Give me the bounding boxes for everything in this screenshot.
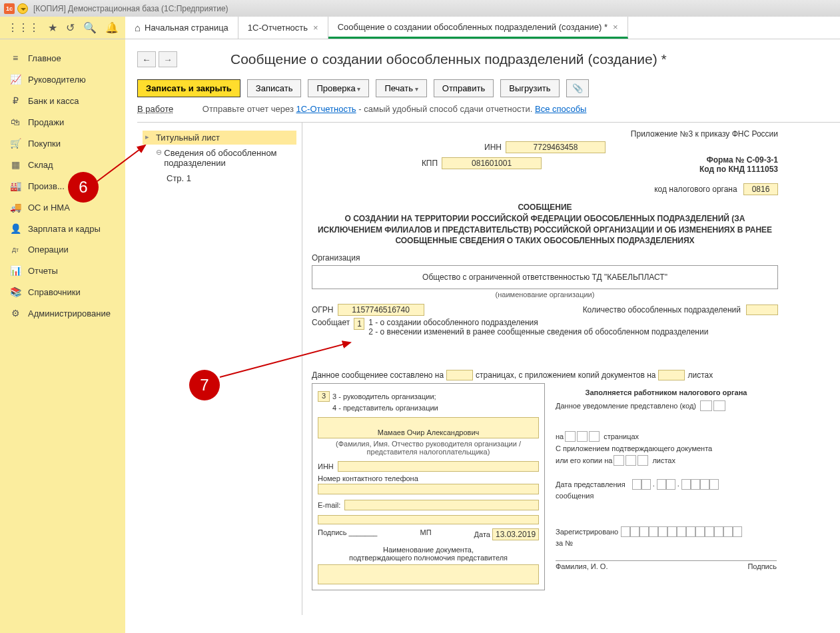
- email-field-2[interactable]: [318, 515, 539, 524]
- signer-code[interactable]: 3: [318, 391, 330, 402]
- phone-field[interactable]: [318, 484, 539, 494]
- signer-block: 33 - руководитель организации; 4 - предс…: [312, 383, 545, 590]
- books-icon: 📚: [9, 287, 21, 297]
- export-button[interactable]: Выгрузить: [500, 79, 559, 97]
- bag-icon: 🛍: [9, 117, 21, 127]
- email-field[interactable]: [344, 500, 539, 510]
- save-button[interactable]: Записать: [247, 79, 302, 97]
- menu-icon: ≡: [9, 53, 21, 63]
- tab-home[interactable]: Начальная страница: [125, 17, 238, 39]
- nav-tree: ▸Титульный лист ⊖Сведения об обособленно…: [137, 123, 302, 615]
- app-toolbar: ⋮⋮⋮ ★ ↺ 🔍 🔔 Начальная страница 1С-Отчетн…: [0, 17, 840, 39]
- soob-field[interactable]: 1: [354, 318, 364, 330]
- sidebar-item-admin[interactable]: ⚙Администрирование: [0, 303, 125, 324]
- tab-reporting[interactable]: 1С-Отчетность×: [238, 17, 328, 39]
- sidebar-item-sales[interactable]: 🛍Продажи: [0, 111, 125, 133]
- kpp-label: КПП: [422, 159, 438, 168]
- inn-label: ИНН: [484, 143, 502, 152]
- org-label: Организация: [312, 253, 778, 263]
- window-title: [КОПИЯ] Демонстрационная база (1С:Предпр…: [33, 4, 228, 13]
- factory-icon: 🏭: [9, 181, 21, 191]
- sidebar-item-assets[interactable]: 🚚ОС и НМА: [0, 197, 125, 218]
- dtkt-icon: Дт: [9, 247, 21, 253]
- close-icon[interactable]: ×: [613, 22, 618, 32]
- grid-icon: ▦: [9, 159, 21, 170]
- soob-opt1: 1 - о создании обособленного подразделен…: [368, 318, 708, 327]
- tab-message[interactable]: Сообщение о создании обособленных подраз…: [328, 17, 628, 39]
- bars-icon: 📊: [9, 265, 21, 276]
- app-logo-icon: 1c: [4, 3, 15, 14]
- tax-code-field[interactable]: 0816: [743, 183, 778, 195]
- close-icon[interactable]: ×: [313, 23, 318, 33]
- check-button[interactable]: Проверка: [308, 79, 369, 97]
- ruble-icon: ₽: [9, 95, 21, 106]
- nav-back-forward: ← →: [137, 51, 177, 67]
- sidebar-item-reports[interactable]: 📊Отчеты: [0, 260, 125, 281]
- sidebar-item-catalogs[interactable]: 📚Справочники: [0, 281, 125, 303]
- report-title: СООБЩЕНИЕ О СОЗДАНИИ НА ТЕРРИТОРИИ РОССИ…: [312, 202, 778, 247]
- dropdown-icon[interactable]: [17, 3, 28, 14]
- org-hint: (наименование организации): [312, 291, 778, 299]
- signer-inn[interactable]: [338, 461, 539, 472]
- work-area: ▸Титульный лист ⊖Сведения об обособленно…: [137, 122, 840, 615]
- action-bar: Записать и закрыть Записать Проверка Печ…: [137, 79, 840, 97]
- sign-date[interactable]: 13.03.2019: [492, 528, 539, 540]
- org-name-field[interactable]: Общество с ограниченной ответственностью…: [312, 265, 778, 289]
- appendix-label: Приложение №3 к приказу ФНС России: [312, 129, 778, 139]
- copies-field[interactable]: [658, 370, 685, 380]
- page-title: Сообщение о создании обособленных подраз…: [137, 51, 840, 67]
- toolbar-icons: ⋮⋮⋮ ★ ↺ 🔍 🔔: [0, 17, 125, 39]
- history-icon[interactable]: ↺: [66, 21, 75, 34]
- tree-page-1[interactable]: Стр. 1: [164, 171, 296, 185]
- sidebar-item-manager[interactable]: 📈Руководителю: [0, 69, 125, 90]
- apps-icon[interactable]: ⋮⋮⋮: [7, 21, 39, 34]
- search-icon[interactable]: 🔍: [83, 21, 97, 34]
- sidebar-item-operations[interactable]: ДтОперации: [0, 239, 125, 260]
- count-label: Количество обособленных подразделений: [583, 305, 741, 315]
- main-area: ← → Сообщение о создании обособленных по…: [125, 39, 840, 633]
- sidebar-item-main[interactable]: ≡Главное: [0, 47, 125, 69]
- ogrn-label: ОГРН: [312, 305, 334, 315]
- tree-subdivision-info[interactable]: ⊖Сведения об обособленном подразделении: [153, 146, 296, 170]
- collapse-icon[interactable]: ▸: [145, 133, 155, 141]
- back-button[interactable]: ←: [137, 51, 156, 67]
- tree-title-page[interactable]: ▸Титульный лист: [143, 131, 296, 145]
- forward-button[interactable]: →: [159, 51, 177, 67]
- chart-icon: 📈: [9, 74, 21, 85]
- sidebar-item-warehouse[interactable]: ▦Склад: [0, 154, 125, 175]
- fio-field[interactable]: Мамаев Очир Александрович: [318, 417, 539, 438]
- sidebar-item-bank[interactable]: ₽Банк и касса: [0, 90, 125, 111]
- doc-name-field[interactable]: [318, 564, 539, 584]
- tax-code-label: код налогового органа: [654, 185, 737, 194]
- status-line: В работе Отправьте отчет через 1С-Отчетн…: [137, 104, 840, 114]
- form-number: Форма № С-09-3-1: [651, 155, 778, 165]
- link-all-ways[interactable]: Все способы: [535, 104, 586, 114]
- sidebar: ≡Главное 📈Руководителю ₽Банк и касса 🛍Пр…: [0, 39, 125, 633]
- sidebar-item-purchases[interactable]: 🛒Покупки: [0, 133, 125, 154]
- print-button[interactable]: Печать: [376, 79, 426, 97]
- person-icon: 👤: [9, 223, 21, 234]
- cart-icon: 🛒: [9, 138, 21, 149]
- attach-button[interactable]: 📎: [566, 79, 589, 97]
- status-label[interactable]: В работе: [137, 104, 173, 114]
- annotation-6: 6: [68, 172, 99, 203]
- kpp-field[interactable]: 081601001: [442, 157, 542, 169]
- ogrn-field[interactable]: 1157746516740: [338, 304, 424, 316]
- bell-icon[interactable]: 🔔: [105, 21, 119, 34]
- form-area[interactable]: Приложение №3 к приказу ФНС России ИНН 7…: [302, 123, 840, 615]
- star-icon[interactable]: ★: [48, 21, 57, 34]
- knd-code: Код по КНД 1111053: [651, 165, 778, 174]
- collapse-icon[interactable]: ⊖: [156, 148, 163, 157]
- send-button[interactable]: Отправить: [434, 79, 494, 97]
- sidebar-item-hr[interactable]: 👤Зарплата и кадры: [0, 218, 125, 239]
- inn-field[interactable]: 7729463458: [506, 141, 606, 153]
- link-1c-reporting[interactable]: 1С-Отчетность: [296, 104, 356, 114]
- pages-field[interactable]: [446, 370, 473, 380]
- annotation-7: 7: [189, 370, 220, 400]
- truck-icon: 🚚: [9, 202, 21, 213]
- sidebar-item-production[interactable]: 🏭Произв...: [0, 175, 125, 197]
- tabs-bar: Начальная страница 1С-Отчетность× Сообще…: [125, 17, 840, 39]
- save-close-button[interactable]: Записать и закрыть: [137, 79, 240, 97]
- count-field[interactable]: [746, 305, 778, 315]
- soob-opt2: 2 - о внесении изменений в ранее сообщен…: [368, 327, 708, 336]
